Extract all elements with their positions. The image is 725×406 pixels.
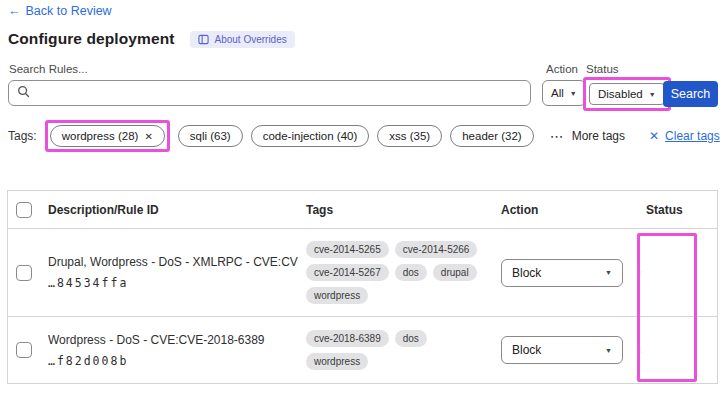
back-arrow-icon: ← xyxy=(8,4,21,18)
clear-tags-label: Clear tags xyxy=(665,129,720,143)
close-icon: ✕ xyxy=(649,129,659,143)
configure-deployment-page: ← Back to Review Configure deployment Ab… xyxy=(0,0,725,406)
action-select-value: Block xyxy=(512,343,541,357)
book-icon xyxy=(198,34,209,45)
action-select[interactable]: Block ▼ xyxy=(501,259,623,287)
tag-pill-label: wordpress (28) xyxy=(62,130,139,142)
tags-label: Tags: xyxy=(8,129,37,143)
tag-pill-code-injection[interactable]: code-injection (40) xyxy=(251,125,370,147)
tag-pill-label: xss (35) xyxy=(389,130,430,142)
tag-pill-sqli[interactable]: sqli (63) xyxy=(178,125,243,147)
back-to-review-link[interactable]: ← Back to Review xyxy=(8,4,112,18)
toggle-knob xyxy=(650,275,667,292)
row-checkbox[interactable] xyxy=(16,265,32,281)
column-header-tags: Tags xyxy=(306,203,501,217)
row-checkbox[interactable] xyxy=(16,342,32,358)
rule-id: …84534ffa xyxy=(48,276,298,290)
status-label: Status xyxy=(586,63,619,75)
search-input-container xyxy=(8,80,531,106)
tag-chip: cve-2018-6389 xyxy=(306,330,389,347)
rule-id: …f82d008b xyxy=(48,354,298,368)
tag-chip: dos xyxy=(395,330,427,347)
action-select-value: Block xyxy=(512,266,541,280)
table-row: Wordpress - DoS - CVE:CVE-2018-6389 …f82… xyxy=(8,317,717,383)
action-dropdown-value: All xyxy=(551,87,564,99)
more-tags-button[interactable]: ⋯ More tags xyxy=(550,128,625,144)
search-rules-input[interactable] xyxy=(36,86,522,100)
about-overrides-label: About Overrides xyxy=(214,34,286,45)
page-title: Configure deployment xyxy=(8,30,174,48)
status-dropdown-value: Disabled xyxy=(598,88,643,100)
chevron-down-icon: ▼ xyxy=(570,90,577,97)
chevron-down-icon: ▼ xyxy=(605,269,612,276)
tags-bar: Tags: wordpress (28) ✕ sqli (63) code-in… xyxy=(8,120,720,152)
rules-table: Description/Rule ID Tags Action Status D… xyxy=(7,190,718,384)
tag-pill-label: header (32) xyxy=(462,130,521,142)
search-icon xyxy=(17,84,30,102)
more-tags-label: More tags xyxy=(572,129,625,143)
status-dropdown[interactable]: Disabled ▼ xyxy=(589,83,665,105)
tag-chip: wordpress xyxy=(306,287,368,304)
action-dropdown[interactable]: All ▼ xyxy=(542,80,586,106)
tag-chip: cve-2014-5265 xyxy=(306,241,389,258)
rule-description: Drupal, Wordpress - DoS - XMLRPC - CVE:C… xyxy=(48,255,298,269)
remove-tag-icon[interactable]: ✕ xyxy=(144,131,152,142)
select-all-checkbox[interactable] xyxy=(16,202,32,218)
chevron-down-icon: ▼ xyxy=(649,91,656,98)
tag-chip: drupal xyxy=(433,264,477,281)
tag-pill-label: code-injection (40) xyxy=(263,130,358,142)
back-link-label: Back to Review xyxy=(26,4,112,18)
rule-tags: cve-2018-6389 dos wordpress xyxy=(306,330,501,370)
tag-pill-wordpress[interactable]: wordpress (28) ✕ xyxy=(50,125,165,147)
tag-chip: cve-2014-5267 xyxy=(306,264,389,281)
action-label: Action xyxy=(546,63,578,75)
search-rules-label: Search Rules... xyxy=(9,63,88,75)
search-button[interactable]: Search xyxy=(663,81,718,107)
tag-pill-header[interactable]: header (32) xyxy=(450,125,533,147)
ellipsis-icon: ⋯ xyxy=(550,128,565,144)
toggle-x-icon: ✕ xyxy=(635,267,643,278)
chevron-down-icon: ▼ xyxy=(605,347,612,354)
tag-pill-xss[interactable]: xss (35) xyxy=(377,125,442,147)
about-overrides-badge[interactable]: About Overrides xyxy=(190,31,294,48)
column-header-description: Description/Rule ID xyxy=(48,203,306,217)
tag-chip: wordpress xyxy=(306,353,368,370)
column-header-status: Status xyxy=(639,203,719,217)
tag-chip: cve-2014-5266 xyxy=(395,241,478,258)
column-header-action: Action xyxy=(501,203,639,217)
toggle-knob xyxy=(650,352,667,369)
table-row: Drupal, Wordpress - DoS - XMLRPC - CVE:C… xyxy=(8,229,717,317)
action-select[interactable]: Block ▼ xyxy=(501,336,623,364)
clear-tags-button[interactable]: ✕ Clear tags xyxy=(649,129,720,143)
rule-tags: cve-2014-5265 cve-2014-5266 cve-2014-526… xyxy=(306,241,501,304)
selected-tag-highlight: wordpress (28) ✕ xyxy=(45,120,170,152)
tag-chip: dos xyxy=(395,264,427,281)
toggle-x-icon: ✕ xyxy=(635,345,643,356)
tag-pill-label: sqli (63) xyxy=(190,130,231,142)
table-header-row: Description/Rule ID Tags Action Status xyxy=(8,191,717,229)
rule-description: Wordpress - DoS - CVE:CVE-2018-6389 xyxy=(48,333,298,347)
status-dropdown-highlight: Disabled ▼ xyxy=(583,77,671,111)
